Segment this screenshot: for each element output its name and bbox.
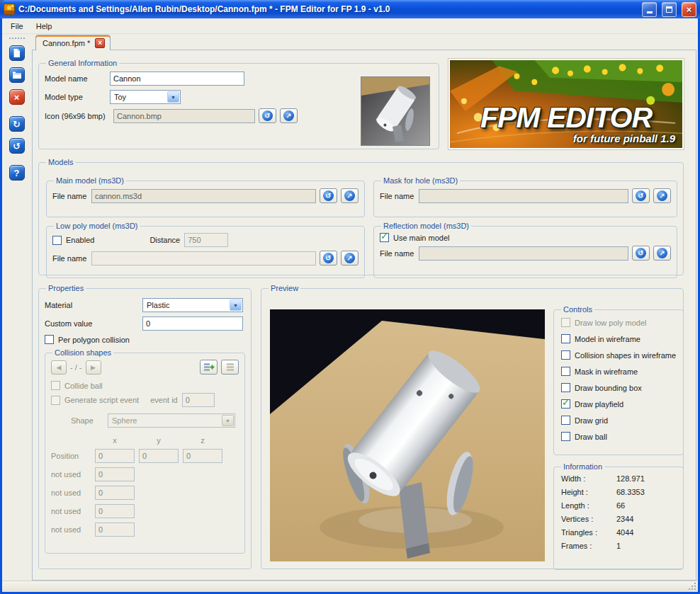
param-row-input — [95, 504, 135, 518]
collide-ball-label: Collide ball — [64, 382, 103, 390]
reflection-file-label: File name — [380, 249, 415, 258]
export-model-button[interactable]: ↻ — [6, 114, 28, 134]
low-poly-enabled-checkbox[interactable] — [52, 236, 62, 245]
load-file-icon: ↺ — [262, 110, 273, 121]
per-polygon-collision-checkbox[interactable] — [45, 335, 54, 344]
main-model-file-label: File name — [52, 192, 88, 200]
maximize-icon — [666, 6, 672, 13]
low-poly-legend: Low poly model (ms3D) — [54, 222, 140, 230]
low-poly-load-button[interactable]: ↺ — [320, 251, 337, 265]
draw-grid-checkbox[interactable] — [561, 416, 570, 425]
param-row-input — [95, 467, 135, 481]
param-row-label: not used — [51, 525, 95, 534]
generate-script-event-label: Generate script event — [64, 396, 139, 404]
collision-shapes-wireframe-checkbox[interactable] — [561, 350, 570, 360]
mask-extract-button[interactable]: ↗ — [653, 188, 671, 203]
position-z-input — [183, 449, 222, 463]
mask-file-input[interactable] — [419, 189, 628, 203]
title-bar[interactable]: C:/Documents and Settings/Allen Rubin/De… — [0, 0, 700, 18]
banner-subtitle: for future pinball 1.9 — [573, 132, 675, 144]
icon-extract-button[interactable]: ↗ — [280, 108, 298, 123]
new-file-icon — [9, 45, 25, 61]
left-toolbar: × ↻ ↺ ? — [2, 34, 31, 581]
preview-legend: Preview — [269, 284, 300, 292]
use-main-model-checkbox[interactable]: ✓ — [380, 233, 389, 242]
icon-file-label: Icon (96x96 bmp) — [45, 112, 110, 120]
icon-load-button[interactable]: ↺ — [259, 108, 276, 123]
resize-grip[interactable] — [689, 583, 696, 590]
material-select[interactable]: Plastic ▼ — [142, 298, 243, 312]
param-row-input — [95, 486, 135, 500]
info-value: 4044 — [616, 528, 633, 537]
info-label: Width : — [561, 474, 616, 483]
position-label: Position — [51, 452, 95, 460]
maximize-button[interactable] — [662, 2, 677, 17]
extract-file-icon: ↗ — [344, 253, 355, 263]
draw-bounding-box-checkbox[interactable] — [561, 383, 570, 392]
add-shape-button[interactable] — [200, 360, 218, 375]
model-name-input[interactable] — [110, 72, 244, 86]
minimize-button[interactable] — [642, 2, 657, 17]
axis-y-header: y — [139, 436, 179, 445]
load-file-icon: ↺ — [323, 253, 334, 263]
event-id-input — [182, 393, 215, 407]
per-polygon-collision-label: Per polygon collision — [58, 336, 130, 344]
info-label: Height : — [561, 488, 616, 496]
custom-value-input[interactable] — [142, 316, 243, 331]
toolbar-grip[interactable] — [9, 38, 25, 39]
draw-playfield-checkbox[interactable]: ✓ — [561, 399, 570, 409]
remove-shape-icon — [225, 362, 236, 372]
param-row-label: not used — [51, 489, 95, 497]
close-button[interactable]: × — [682, 2, 696, 17]
mask-load-button[interactable]: ↺ — [632, 188, 650, 203]
preview-group: Preview — [261, 284, 684, 569]
model-viewport[interactable] — [270, 309, 545, 561]
menu-help[interactable]: Help — [30, 20, 59, 33]
reload-arrow-icon: ↻ — [9, 116, 25, 132]
remove-shape-button — [221, 360, 239, 375]
menu-file[interactable]: File — [4, 20, 30, 33]
mask-in-wireframe-checkbox[interactable] — [561, 367, 570, 376]
checkbox-label: Draw grid — [575, 416, 608, 425]
model-type-value: Toy — [114, 93, 126, 101]
check-icon: ✓ — [380, 232, 388, 241]
main-model-file-input[interactable] — [91, 189, 316, 203]
collide-ball-checkbox — [51, 381, 60, 390]
low-poly-file-label: File name — [52, 254, 88, 263]
checkbox-label: Collision shapes in wireframe — [575, 351, 676, 360]
reflection-extract-button[interactable]: ↗ — [653, 246, 671, 261]
main-model-load-button[interactable]: ↺ — [320, 188, 337, 203]
close-icon: × — [687, 5, 692, 14]
close-model-button[interactable]: × — [6, 87, 28, 107]
low-poly-enabled-label: Enabled — [66, 236, 94, 244]
use-main-model-label: Use main model — [393, 234, 449, 242]
model-type-select[interactable]: Toy ▼ — [110, 90, 181, 104]
import-model-button[interactable]: ↺ — [6, 136, 28, 156]
tab-cannon-fpm[interactable]: Cannon.fpm * × — [35, 35, 111, 50]
distance-label: Distance — [149, 236, 180, 244]
models-group: Models Main model (ms3D) File name ↺ ↗ M… — [38, 158, 684, 275]
add-shape-icon — [203, 362, 215, 372]
material-value: Plastic — [147, 301, 169, 309]
reflection-load-button[interactable]: ↺ — [632, 246, 650, 261]
reflection-file-input[interactable] — [419, 246, 628, 261]
collision-shapes-group: Collision shapes ◀ - / - ▶ — [45, 348, 245, 554]
info-label: Triangles : — [561, 528, 616, 537]
low-poly-file-input — [91, 251, 316, 265]
main-model-extract-button[interactable]: ↗ — [341, 188, 359, 203]
previous-shape-button: ◀ — [51, 360, 67, 375]
minimize-icon — [647, 11, 653, 13]
open-model-button[interactable] — [6, 65, 28, 85]
low-poly-extract-button[interactable]: ↗ — [341, 251, 359, 265]
information-group: Information Width :128.971 Height :68.33… — [553, 462, 684, 570]
app-icon — [4, 4, 15, 15]
model-in-wireframe-checkbox[interactable] — [561, 334, 570, 343]
tab-close-button[interactable]: × — [95, 38, 105, 48]
draw-ball-checkbox[interactable] — [561, 432, 570, 441]
new-model-button[interactable] — [6, 43, 28, 63]
help-button[interactable]: ? — [6, 163, 28, 183]
axis-x-header: x — [95, 436, 135, 445]
nav-right-icon: ▶ — [91, 364, 96, 371]
check-icon: ✓ — [562, 398, 570, 407]
axis-z-header: z — [183, 436, 222, 445]
